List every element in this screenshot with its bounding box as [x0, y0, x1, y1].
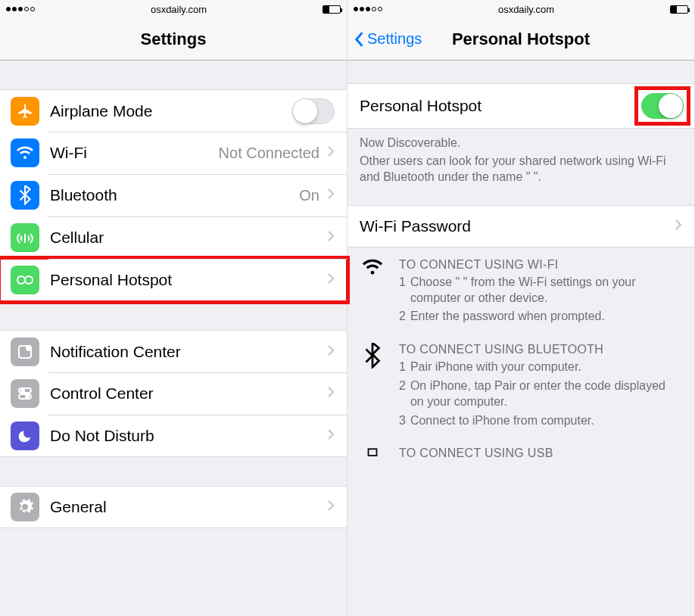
status-domain: osxdaily.com — [498, 4, 554, 15]
instruction-step: Choose " " from the Wi-Fi settings on yo… — [410, 275, 682, 306]
row-label: Cellular — [50, 229, 327, 247]
row-label: Personal Hotspot — [50, 271, 327, 289]
chevron-right-icon — [327, 272, 335, 288]
row-bluetooth[interactable]: Bluetooth On — [0, 174, 347, 216]
wifi-icon — [360, 258, 385, 325]
svg-point-7 — [26, 395, 29, 398]
hotspot-toggle-section: Personal Hotspot — [348, 83, 694, 129]
back-label: Settings — [367, 30, 422, 48]
page-title: Settings — [141, 30, 207, 49]
row-label: Personal Hotspot — [360, 97, 638, 115]
svg-rect-8 — [369, 450, 377, 456]
svg-point-6 — [21, 389, 24, 392]
instruction-step: On iPhone, tap Pair or enter the code di… — [410, 378, 682, 410]
instruction-step: Enter the password when prompted. — [410, 309, 605, 325]
status-bar: osxdaily.com — [0, 0, 347, 18]
svg-point-1 — [25, 276, 33, 284]
chevron-right-icon — [327, 188, 335, 203]
chevron-right-icon — [327, 499, 335, 515]
row-label: General — [50, 498, 327, 516]
chevron-right-icon — [327, 428, 335, 443]
back-button[interactable]: Settings — [354, 30, 422, 48]
row-detail: On — [299, 187, 319, 204]
settings-section-centers: Notification Center Control Center Do No… — [0, 330, 347, 457]
row-label: Bluetooth — [50, 186, 299, 204]
instructions-title: TO CONNECT USING WI-FI — [399, 258, 682, 272]
nav-header: Settings — [0, 18, 347, 61]
battery-icon — [323, 5, 341, 14]
instructions-title: TO CONNECT USING BLUETOOTH — [399, 343, 682, 356]
row-label: Notification Center — [50, 343, 327, 361]
instructions-wifi: TO CONNECT USING WI-FI 1Choose " " from … — [348, 247, 694, 332]
bluetooth-icon — [11, 181, 39, 210]
battery-icon — [670, 5, 688, 14]
row-wifi[interactable]: Wi-Fi Not Connected — [0, 132, 347, 174]
chevron-right-icon — [327, 386, 335, 401]
discover-body: Other users can look for your shared net… — [348, 151, 694, 185]
status-domain: osxdaily.com — [151, 4, 207, 15]
discover-title: Now Discoverable. — [348, 129, 694, 151]
instructions-bluetooth: TO CONNECT USING BLUETOOTH 1Pair iPhone … — [348, 332, 694, 436]
screen-settings: osxdaily.com Settings Airplane Mode Wi-F… — [0, 0, 348, 616]
screen-hotspot: osxdaily.com Settings Personal Hotspot P… — [348, 0, 695, 616]
page-title: Personal Hotspot — [452, 30, 590, 49]
chevron-right-icon — [675, 219, 682, 234]
airplane-toggle[interactable] — [292, 98, 335, 124]
instructions-usb: TO CONNECT USING USB — [348, 436, 694, 463]
cellular-icon — [11, 223, 39, 252]
row-personal-hotspot[interactable]: Personal Hotspot — [0, 259, 347, 301]
chevron-right-icon — [327, 344, 335, 359]
nav-header: Settings Personal Hotspot — [348, 18, 694, 61]
row-detail: Not Connected — [219, 145, 319, 162]
instruction-step: Connect to iPhone from computer. — [410, 413, 594, 429]
row-general[interactable]: General — [0, 486, 347, 528]
control-center-icon — [11, 379, 39, 408]
hotspot-toggle-highlight — [638, 90, 687, 122]
row-control-center[interactable]: Control Center — [0, 372, 347, 415]
wifi-icon — [11, 138, 39, 167]
row-hotspot-toggle[interactable]: Personal Hotspot — [348, 83, 694, 129]
instruction-step: Pair iPhone with your computer. — [410, 359, 581, 375]
row-notification-center[interactable]: Notification Center — [0, 330, 347, 372]
row-label: Wi-Fi — [50, 144, 219, 162]
instructions-title: TO CONNECT USING USB — [399, 446, 682, 460]
airplane-icon — [11, 97, 39, 126]
row-wifi-password[interactable]: Wi-Fi Password — [348, 205, 694, 247]
gear-icon — [11, 493, 39, 521]
moon-icon — [11, 422, 39, 450]
hotspot-toggle[interactable] — [641, 93, 684, 119]
bluetooth-icon — [360, 343, 385, 428]
signal-strength-icon — [354, 7, 382, 11]
row-airplane[interactable]: Airplane Mode — [0, 89, 347, 132]
row-label: Control Center — [50, 384, 327, 403]
status-bar: osxdaily.com — [348, 0, 694, 18]
row-label: Do Not Disturb — [50, 427, 327, 445]
chevron-right-icon — [327, 230, 335, 245]
chevron-right-icon — [327, 145, 335, 160]
usb-icon — [360, 446, 385, 463]
signal-strength-icon — [6, 7, 35, 11]
chevron-left-icon — [354, 31, 364, 48]
wifi-password-section: Wi-Fi Password — [348, 205, 694, 247]
settings-section-network: Airplane Mode Wi-Fi Not Connected Blueto… — [0, 89, 347, 301]
svg-point-0 — [17, 276, 25, 284]
row-dnd[interactable]: Do Not Disturb — [0, 415, 347, 457]
settings-section-general: General — [0, 486, 347, 528]
hotspot-icon — [11, 266, 39, 294]
row-label: Airplane Mode — [50, 102, 292, 120]
notification-center-icon — [11, 338, 39, 366]
row-label: Wi-Fi Password — [360, 217, 675, 235]
svg-point-3 — [26, 346, 31, 350]
row-cellular[interactable]: Cellular — [0, 216, 347, 259]
